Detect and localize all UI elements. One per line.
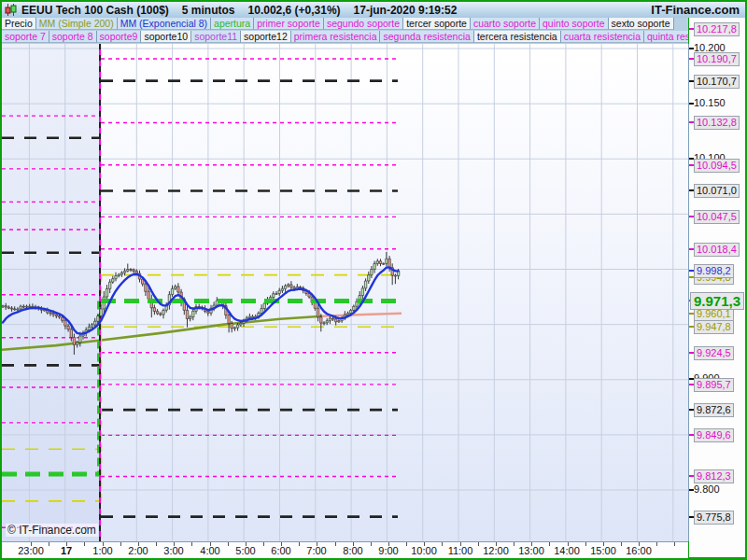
sma200-line — [2, 316, 322, 350]
price-label: 9.924,5 — [694, 346, 734, 360]
time-label: 2:00 — [120, 545, 157, 556]
chart-window: EEUU Tech 100 Cash (100$) 5 minutos 10.0… — [0, 0, 747, 560]
price-label: 10.190,7 — [694, 52, 740, 66]
time-label: 13:00 — [513, 545, 550, 556]
datetime-label: 17-jun-2020 9:19:52 — [354, 4, 458, 17]
chart-canvas[interactable] — [2, 44, 688, 541]
price-label: 9.849,6 — [694, 428, 734, 442]
time-label: 7:00 — [298, 545, 335, 556]
legend-item[interactable]: cuarta resistencia — [561, 31, 644, 43]
legend-item[interactable]: soporte 8 — [49, 31, 97, 43]
legend-item[interactable]: tercer soporte — [403, 18, 471, 30]
time-label: 15:00 — [585, 545, 622, 556]
time-label: 12:00 — [477, 545, 514, 556]
time-label: 23:00 — [12, 545, 49, 556]
legend-item[interactable]: primera resistencia — [291, 31, 381, 43]
time-axis-tick — [674, 542, 675, 546]
time-label: 6:00 — [262, 545, 300, 556]
legend-item[interactable]: tercera resistencia — [474, 31, 561, 43]
legend-item[interactable]: Precio — [2, 18, 36, 30]
legend-row-2: soporte 7soporte 8soporte9soporte10sopor… — [2, 31, 688, 44]
legend-item[interactable]: MM (Simple 200) — [36, 18, 118, 30]
symbol-title: EEUU Tech 100 Cash (100$) — [21, 4, 169, 17]
time-label: 5:00 — [227, 545, 264, 556]
price-axis[interactable]: 10.217,810.20010.190,710.170,710.15010.1… — [689, 18, 745, 541]
legend-item[interactable]: sexto soporte — [609, 18, 674, 30]
plot-area[interactable]: © IT-Finance.com — [2, 44, 689, 541]
legend-item[interactable]: quinta resistencia — [644, 31, 688, 43]
price-label: 10.018,4 — [694, 243, 740, 257]
time-label: 8:00 — [334, 545, 372, 556]
legend-item[interactable]: soporte9 — [97, 31, 142, 43]
legend-item[interactable]: MM (Exponencial 8) — [118, 18, 211, 30]
price-label: 9.775,8 — [694, 511, 734, 525]
price-label: 10.170,7 — [694, 75, 740, 89]
title-bar: EEUU Tech 100 Cash (100$) 5 minutos 10.0… — [2, 2, 745, 18]
time-axis[interactable]: 23:00171:002:003:004:005:006:007:008:009… — [2, 541, 688, 558]
time-label: 1:00 — [84, 545, 121, 556]
legend-item[interactable]: soporte 7 — [2, 31, 49, 43]
legend-item[interactable]: apertura — [211, 18, 254, 30]
price-label: 10.150 — [694, 97, 726, 109]
legend-item[interactable]: soporte11 — [191, 31, 241, 43]
time-label: 16:00 — [620, 545, 657, 556]
price-label: 10.132,8 — [694, 116, 740, 130]
price-label: 10.071,0 — [694, 184, 740, 198]
candle-wicks — [3, 252, 399, 355]
legend-item[interactable]: soporte10 — [141, 31, 191, 43]
time-label: 4:00 — [191, 545, 229, 556]
price-label: 9.872,6 — [694, 403, 734, 417]
legend-item[interactable]: primer soporte — [254, 18, 324, 30]
axis-corner — [689, 541, 745, 557]
time-label: 17 — [48, 545, 85, 556]
time-label: 10:00 — [405, 545, 443, 556]
legend-item[interactable]: segundo soporte — [324, 18, 403, 30]
legend-item[interactable]: segunda resistencia — [380, 31, 473, 43]
time-label: 3:00 — [155, 545, 192, 556]
brand-logo: IT-Finance.com — [651, 2, 740, 18]
time-label: 11:00 — [442, 545, 479, 556]
time-label: 14:00 — [548, 545, 585, 556]
price-label: 9.947,8 — [694, 320, 734, 334]
timeframe-label: 5 minutos — [182, 4, 235, 17]
legend-item[interactable]: cuarto soporte — [471, 18, 540, 30]
legend-item[interactable]: soporte12 — [241, 31, 291, 43]
price-label: 10.047,5 — [694, 210, 740, 224]
price-label: 9.998,2 — [694, 264, 734, 278]
price-quote: 10.002,6 (+0,31%) — [248, 4, 341, 17]
legend-row-1: PrecioMM (Simple 200)MM (Exponencial 8)a… — [2, 18, 688, 31]
time-label: 9:00 — [370, 545, 407, 556]
current-open-price-label: 9.971,3 — [690, 292, 744, 310]
candlestick-icon — [5, 4, 18, 16]
watermark: © IT-Finance.com — [6, 524, 98, 537]
price-label: 9.812,3 — [694, 469, 734, 483]
price-label: 9.895,7 — [694, 378, 734, 392]
price-label: 10.217,8 — [694, 22, 740, 36]
price-label: 10.094,5 — [694, 159, 740, 173]
legend-item[interactable]: quinto soporte — [540, 18, 609, 30]
price-label: 9.800 — [694, 483, 720, 496]
